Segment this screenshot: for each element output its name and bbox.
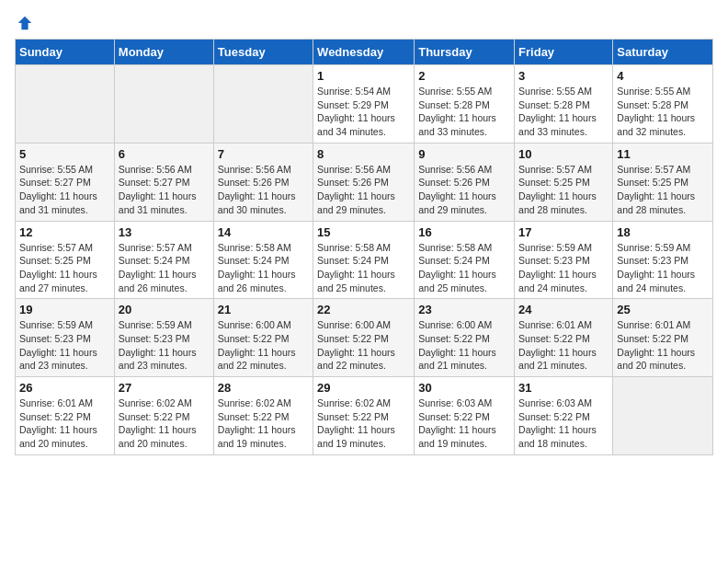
calendar-header-wednesday: Wednesday: [313, 40, 415, 65]
day-detail: Sunrise: 5:58 AMSunset: 5:24 PMDaylight:…: [218, 241, 309, 295]
day-number: 27: [119, 381, 210, 395]
calendar-week-row: 26Sunrise: 6:01 AMSunset: 5:22 PMDayligh…: [16, 377, 713, 455]
day-number: 16: [418, 225, 510, 239]
calendar-cell: [16, 65, 115, 144]
day-detail: Sunrise: 5:58 AMSunset: 5:24 PMDaylight:…: [317, 241, 410, 295]
day-detail: Sunrise: 5:59 AMSunset: 5:23 PMDaylight:…: [119, 318, 210, 373]
day-number: 14: [218, 225, 309, 239]
day-number: 12: [19, 225, 110, 239]
day-number: 30: [418, 381, 510, 395]
day-number: 2: [418, 69, 510, 83]
day-detail: Sunrise: 5:56 AMSunset: 5:26 PMDaylight:…: [418, 163, 510, 217]
day-number: 22: [317, 303, 410, 316]
calendar-cell: 18Sunrise: 5:59 AMSunset: 5:23 PMDayligh…: [613, 221, 713, 299]
day-detail: Sunrise: 6:00 AMSunset: 5:22 PMDaylight:…: [218, 318, 309, 373]
calendar-cell: 17Sunrise: 5:59 AMSunset: 5:23 PMDayligh…: [515, 221, 613, 299]
calendar-cell: 5Sunrise: 5:55 AMSunset: 5:27 PMDaylight…: [16, 143, 115, 221]
calendar-week-row: 1Sunrise: 5:54 AMSunset: 5:29 PMDaylight…: [16, 65, 713, 144]
day-number: 1: [317, 69, 410, 83]
day-number: 13: [119, 225, 210, 239]
day-detail: Sunrise: 5:55 AMSunset: 5:27 PMDaylight:…: [19, 163, 110, 217]
day-number: 6: [119, 147, 210, 161]
day-detail: Sunrise: 5:59 AMSunset: 5:23 PMDaylight:…: [617, 241, 709, 295]
day-number: 4: [617, 69, 709, 83]
calendar-cell: 3Sunrise: 5:55 AMSunset: 5:28 PMDaylight…: [515, 65, 613, 144]
calendar-cell: 15Sunrise: 5:58 AMSunset: 5:24 PMDayligh…: [313, 221, 415, 299]
calendar-cell: 12Sunrise: 5:57 AMSunset: 5:25 PMDayligh…: [16, 221, 115, 299]
day-number: 28: [218, 381, 309, 395]
calendar-cell: 27Sunrise: 6:02 AMSunset: 5:22 PMDayligh…: [114, 377, 213, 455]
day-number: 23: [418, 303, 510, 316]
calendar-cell: 7Sunrise: 5:56 AMSunset: 5:26 PMDaylight…: [213, 143, 313, 221]
calendar-header-friday: Friday: [515, 40, 613, 65]
day-number: 20: [119, 303, 210, 316]
calendar-cell: 8Sunrise: 5:56 AMSunset: 5:26 PMDaylight…: [313, 143, 415, 221]
day-detail: Sunrise: 5:59 AMSunset: 5:23 PMDaylight:…: [19, 318, 110, 373]
calendar-cell: 1Sunrise: 5:54 AMSunset: 5:29 PMDaylight…: [313, 65, 415, 144]
day-detail: Sunrise: 5:57 AMSunset: 5:25 PMDaylight:…: [617, 163, 709, 217]
day-detail: Sunrise: 5:55 AMSunset: 5:28 PMDaylight:…: [617, 85, 709, 139]
calendar-week-row: 19Sunrise: 5:59 AMSunset: 5:23 PMDayligh…: [16, 299, 713, 377]
calendar-cell: 13Sunrise: 5:57 AMSunset: 5:24 PMDayligh…: [114, 221, 213, 299]
day-detail: Sunrise: 5:55 AMSunset: 5:28 PMDaylight:…: [418, 85, 510, 139]
calendar-cell: 30Sunrise: 6:03 AMSunset: 5:22 PMDayligh…: [415, 377, 515, 455]
calendar-cell: 31Sunrise: 6:03 AMSunset: 5:22 PMDayligh…: [515, 377, 613, 455]
calendar-header-sunday: Sunday: [16, 40, 115, 65]
day-detail: Sunrise: 5:56 AMSunset: 5:26 PMDaylight:…: [218, 163, 309, 217]
calendar-cell: 22Sunrise: 6:00 AMSunset: 5:22 PMDayligh…: [313, 299, 415, 377]
day-detail: Sunrise: 6:01 AMSunset: 5:22 PMDaylight:…: [19, 396, 110, 451]
day-number: 25: [617, 303, 709, 316]
day-detail: Sunrise: 5:56 AMSunset: 5:27 PMDaylight:…: [119, 163, 210, 217]
calendar-cell: [114, 65, 213, 144]
calendar-week-row: 5Sunrise: 5:55 AMSunset: 5:27 PMDaylight…: [16, 143, 713, 221]
calendar-cell: 9Sunrise: 5:56 AMSunset: 5:26 PMDaylight…: [415, 143, 515, 221]
day-detail: Sunrise: 6:00 AMSunset: 5:22 PMDaylight:…: [317, 318, 410, 373]
day-detail: Sunrise: 6:02 AMSunset: 5:22 PMDaylight:…: [317, 396, 410, 451]
calendar-cell: 6Sunrise: 5:56 AMSunset: 5:27 PMDaylight…: [114, 143, 213, 221]
day-number: 21: [218, 303, 309, 316]
calendar-header-saturday: Saturday: [613, 40, 713, 65]
day-number: 19: [19, 303, 110, 316]
calendar-cell: 26Sunrise: 6:01 AMSunset: 5:22 PMDayligh…: [16, 377, 115, 455]
day-detail: Sunrise: 6:02 AMSunset: 5:22 PMDaylight:…: [218, 396, 309, 451]
calendar-header-monday: Monday: [114, 40, 213, 65]
day-number: 26: [19, 381, 110, 395]
page-header: [15, 15, 713, 31]
calendar-header-tuesday: Tuesday: [213, 40, 313, 65]
calendar-week-row: 12Sunrise: 5:57 AMSunset: 5:25 PMDayligh…: [16, 221, 713, 299]
day-number: 29: [317, 381, 410, 395]
calendar-cell: 21Sunrise: 6:00 AMSunset: 5:22 PMDayligh…: [213, 299, 313, 377]
day-detail: Sunrise: 6:01 AMSunset: 5:22 PMDaylight:…: [518, 318, 609, 373]
day-detail: Sunrise: 5:56 AMSunset: 5:26 PMDaylight:…: [317, 163, 410, 217]
calendar-cell: 19Sunrise: 5:59 AMSunset: 5:23 PMDayligh…: [16, 299, 115, 377]
day-number: 5: [19, 147, 110, 161]
day-detail: Sunrise: 5:57 AMSunset: 5:25 PMDaylight:…: [19, 241, 110, 295]
svg-marker-0: [18, 17, 31, 29]
calendar-cell: 20Sunrise: 5:59 AMSunset: 5:23 PMDayligh…: [114, 299, 213, 377]
calendar-cell: [213, 65, 313, 144]
day-number: 3: [518, 69, 609, 83]
calendar-cell: 16Sunrise: 5:58 AMSunset: 5:24 PMDayligh…: [415, 221, 515, 299]
calendar-cell: 11Sunrise: 5:57 AMSunset: 5:25 PMDayligh…: [613, 143, 713, 221]
day-number: 31: [518, 381, 609, 395]
day-number: 9: [418, 147, 510, 161]
day-detail: Sunrise: 6:03 AMSunset: 5:22 PMDaylight:…: [518, 396, 609, 451]
calendar-cell: 23Sunrise: 6:00 AMSunset: 5:22 PMDayligh…: [415, 299, 515, 377]
day-number: 24: [518, 303, 609, 316]
day-detail: Sunrise: 6:03 AMSunset: 5:22 PMDaylight:…: [418, 396, 510, 451]
day-number: 17: [518, 225, 609, 239]
day-detail: Sunrise: 5:59 AMSunset: 5:23 PMDaylight:…: [518, 241, 609, 295]
day-number: 7: [218, 147, 309, 161]
calendar-cell: [613, 377, 713, 455]
day-detail: Sunrise: 5:58 AMSunset: 5:24 PMDaylight:…: [418, 241, 510, 295]
day-detail: Sunrise: 5:55 AMSunset: 5:28 PMDaylight:…: [518, 85, 609, 139]
calendar-cell: 24Sunrise: 6:01 AMSunset: 5:22 PMDayligh…: [515, 299, 613, 377]
calendar-cell: 25Sunrise: 6:01 AMSunset: 5:22 PMDayligh…: [613, 299, 713, 377]
calendar-cell: 14Sunrise: 5:58 AMSunset: 5:24 PMDayligh…: [213, 221, 313, 299]
day-number: 11: [617, 147, 709, 161]
day-number: 8: [317, 147, 410, 161]
calendar-cell: 4Sunrise: 5:55 AMSunset: 5:28 PMDaylight…: [613, 65, 713, 144]
calendar-table: SundayMondayTuesdayWednesdayThursdayFrid…: [15, 39, 713, 455]
calendar-cell: 10Sunrise: 5:57 AMSunset: 5:25 PMDayligh…: [515, 143, 613, 221]
day-detail: Sunrise: 5:54 AMSunset: 5:29 PMDaylight:…: [317, 85, 410, 139]
